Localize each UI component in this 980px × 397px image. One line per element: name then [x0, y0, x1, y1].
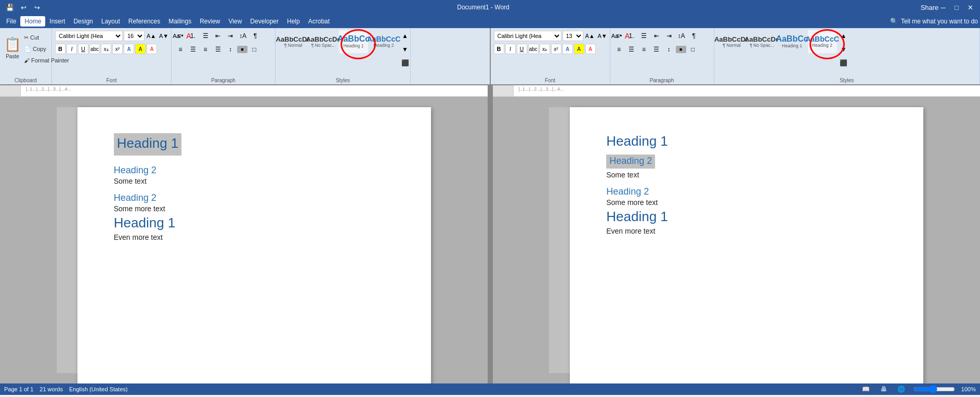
text-highlight-button[interactable]: A	[135, 44, 146, 54]
decrease-font-button-right[interactable]: A▼	[597, 30, 608, 42]
multilevel-list-button[interactable]: ☰	[200, 30, 211, 42]
subscript-button[interactable]: x₂	[101, 44, 111, 54]
menu-layout[interactable]: Layout	[97, 16, 124, 27]
decrease-indent-button-right[interactable]: ⇤	[651, 30, 662, 42]
show-hide-button[interactable]: ¶	[250, 30, 261, 42]
menu-home[interactable]: Home	[20, 16, 45, 27]
align-right-button-right[interactable]: ≡	[638, 44, 650, 55]
doc-text3-right: Even more text	[606, 227, 887, 235]
left-scroll-area[interactable]: Heading 1 Heading 2 Some text Heading 2 …	[0, 97, 488, 383]
status-bar: Page 1 of 1 21 words English (United Sta…	[0, 383, 980, 395]
style-heading1[interactable]: AaBbCc Heading 1	[339, 30, 368, 53]
subscript-button-right[interactable]: x₂	[540, 44, 550, 54]
right-scroll-area[interactable]: Heading 1 Heading 2 Some text Heading 2 …	[493, 97, 981, 383]
text-effects-button[interactable]: A	[124, 44, 134, 54]
style-heading2[interactable]: AaBbCcC Heading 2	[369, 30, 398, 53]
zoom-level: 100%	[961, 386, 976, 392]
style-normal-right[interactable]: AaBbCcDc ¶ Normal	[717, 30, 747, 53]
menu-design[interactable]: Design	[69, 16, 97, 27]
font-color-button-right[interactable]: A	[585, 44, 596, 54]
font-size-select-right[interactable]: 13	[563, 31, 583, 41]
decrease-indent-button[interactable]: ⇤	[212, 30, 224, 42]
styles-expand[interactable]: ⬛	[399, 57, 411, 69]
superscript-button[interactable]: x²	[112, 44, 123, 54]
increase-indent-button[interactable]: ⇥	[225, 30, 236, 42]
align-center-button[interactable]: ☰	[187, 44, 199, 55]
undo-button[interactable]: ↩	[18, 2, 29, 13]
shading-button-right[interactable]: ■	[676, 46, 686, 53]
menu-references[interactable]: References	[124, 16, 164, 27]
view-print-button[interactable]: 🖶	[878, 383, 890, 395]
justify-button[interactable]: ☰	[212, 44, 224, 55]
italic-button-right[interactable]: I	[505, 44, 516, 54]
menu-review[interactable]: Review	[195, 16, 224, 27]
style-heading2-right[interactable]: AaBbCcC Heading 2	[808, 30, 837, 53]
sort-button[interactable]: ↕A	[237, 30, 249, 42]
line-spacing-button[interactable]: ↕	[225, 44, 236, 55]
text-highlight-button-right[interactable]: A	[574, 44, 584, 54]
font-size-select[interactable]: 16	[124, 31, 145, 41]
style-heading1-right[interactable]: AaBbCc Heading 1	[778, 30, 807, 53]
numbering-button-right[interactable]: 1.	[626, 30, 637, 42]
styles-label-left: Styles	[276, 78, 410, 83]
paste-button[interactable]: 📋 Paste	[3, 30, 22, 66]
bullets-button[interactable]: ≡•	[175, 30, 186, 42]
styles-scroll-down-right[interactable]: ▼	[838, 44, 850, 55]
styles-scroll-up[interactable]: ▲	[399, 30, 411, 42]
save-button[interactable]: 💾	[4, 2, 16, 13]
borders-button[interactable]: □	[249, 44, 260, 55]
minimize-button[interactable]: ─	[937, 2, 949, 13]
menu-insert[interactable]: Insert	[45, 16, 69, 27]
view-read-button[interactable]: 📖	[860, 383, 872, 395]
align-right-button[interactable]: ≡	[200, 44, 211, 55]
menu-mailings[interactable]: Mailings	[164, 16, 195, 27]
underline-button-right[interactable]: U	[517, 44, 527, 54]
align-left-button[interactable]: ≡	[175, 44, 186, 55]
increase-font-button[interactable]: A▲	[146, 30, 157, 42]
menu-help[interactable]: Help	[283, 16, 304, 27]
font-name-select-right[interactable]: Calibri Light (Hea	[494, 31, 561, 41]
zoom-slider[interactable]	[913, 385, 955, 393]
decrease-font-button[interactable]: A▼	[158, 30, 169, 42]
italic-button[interactable]: I	[67, 44, 77, 54]
styles-expand-right[interactable]: ⬛	[838, 57, 850, 69]
increase-indent-button-right[interactable]: ⇥	[663, 30, 675, 42]
style-normal[interactable]: AaBbCcDc ¶ Normal	[279, 30, 308, 53]
line-spacing-button-right[interactable]: ↕	[663, 44, 675, 55]
strikethrough-button-right[interactable]: abc	[528, 44, 539, 54]
font-name-select[interactable]: Calibri Light (Hea	[55, 31, 123, 41]
strikethrough-button[interactable]: abc	[89, 44, 100, 54]
doc-heading2-1-left: Heading 2	[114, 165, 395, 176]
menu-acrobat[interactable]: Acrobat	[304, 16, 334, 27]
style-no-spacing-right[interactable]: AaBbCcDc ¶ No Spac...	[748, 30, 777, 53]
menu-developer[interactable]: Developer	[246, 16, 283, 27]
maximize-button[interactable]: □	[951, 2, 962, 13]
multilevel-list-button-right[interactable]: ☰	[638, 30, 650, 42]
increase-font-button-right[interactable]: A▲	[584, 30, 596, 42]
align-left-button-right[interactable]: ≡	[613, 44, 625, 55]
align-center-button-right[interactable]: ☰	[626, 44, 637, 55]
menu-file[interactable]: File	[2, 16, 20, 27]
borders-button-right[interactable]: □	[687, 44, 699, 55]
underline-button[interactable]: U	[78, 44, 88, 54]
share-button[interactable]: Share	[924, 2, 935, 13]
numbering-button[interactable]: 1.	[187, 30, 199, 42]
shading-button[interactable]: ■	[237, 46, 247, 53]
bullets-button-right[interactable]: ≡•	[613, 30, 625, 42]
styles-scroll-up-right[interactable]: ▲	[838, 30, 850, 42]
style-no-spacing[interactable]: AaBbCcDc ¶ No Spac...	[309, 30, 338, 53]
text-effects-button-right[interactable]: A	[563, 44, 573, 54]
styles-scroll-down[interactable]: ▼	[399, 44, 411, 55]
superscript-button-right[interactable]: x²	[551, 44, 561, 54]
split-separator[interactable]	[488, 85, 493, 383]
bold-button[interactable]: B	[55, 44, 66, 54]
view-web-button[interactable]: 🌐	[896, 383, 907, 395]
close-button[interactable]: ✕	[964, 2, 976, 13]
bold-button-right[interactable]: B	[494, 44, 504, 54]
justify-button-right[interactable]: ☰	[651, 44, 662, 55]
show-hide-button-right[interactable]: ¶	[688, 30, 700, 42]
font-color-button[interactable]: A	[147, 44, 157, 54]
sort-button-right[interactable]: ↕A	[676, 30, 687, 42]
redo-button[interactable]: ↪	[31, 2, 43, 13]
menu-view[interactable]: View	[225, 16, 246, 27]
